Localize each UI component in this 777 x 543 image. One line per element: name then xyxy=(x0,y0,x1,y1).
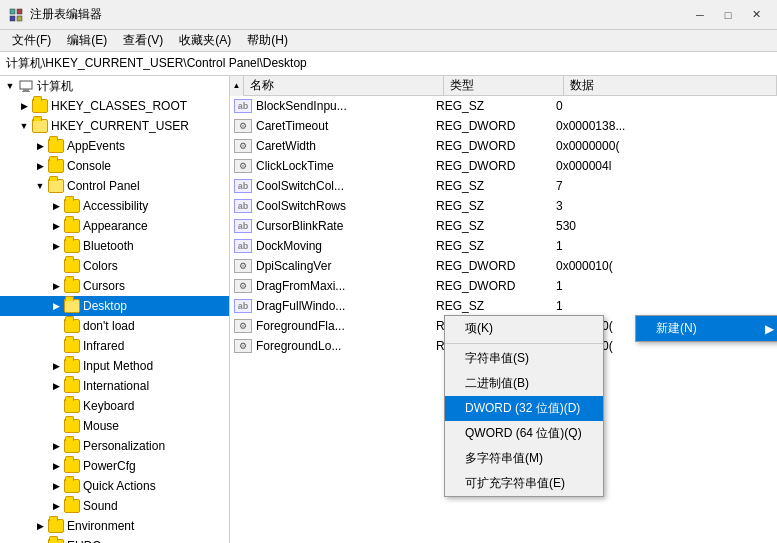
ctx-item-dword[interactable]: DWORD (32 位值)(D) xyxy=(445,396,603,421)
tree-node-international[interactable]: ▶ International xyxy=(0,376,229,396)
col-header-data[interactable]: 数据 xyxy=(564,76,777,96)
close-button[interactable]: ✕ xyxy=(743,5,769,25)
tree-node-environment[interactable]: ▶ Environment xyxy=(0,516,229,536)
expand-eudc[interactable]: ▶ xyxy=(32,538,48,543)
tree-node-console[interactable]: ▶ Console xyxy=(0,156,229,176)
expand-controlpanel[interactable]: ▼ xyxy=(32,178,48,194)
expand-powercfg[interactable]: ▶ xyxy=(48,458,64,474)
folder-icon-appevents xyxy=(48,139,64,153)
tree-node-inputmethod[interactable]: ▶ Input Method xyxy=(0,356,229,376)
expand-accessibility[interactable]: ▶ xyxy=(48,198,64,214)
tree-label-environment: Environment xyxy=(67,519,134,533)
ctx-item-key[interactable]: 项(K) xyxy=(445,316,603,341)
tree-label-international: International xyxy=(83,379,149,393)
expand-environment[interactable]: ▶ xyxy=(32,518,48,534)
table-row[interactable]: ab BlockSendInpu... REG_SZ 0 xyxy=(230,96,777,116)
expand-hkcr[interactable]: ▶ xyxy=(16,98,32,114)
col-header-name[interactable]: 名称 xyxy=(244,76,444,96)
maximize-button[interactable]: □ xyxy=(715,5,741,25)
tree-node-eudc[interactable]: ▶ EUDC xyxy=(0,536,229,543)
table-row[interactable]: ⚙ DragFromMaxi... REG_DWORD 1 xyxy=(230,276,777,296)
menu-bar: 文件(F) 编辑(E) 查看(V) 收藏夹(A) 帮助(H) xyxy=(0,30,777,52)
tree-node-sound[interactable]: ▶ Sound xyxy=(0,496,229,516)
expand-sound[interactable]: ▶ xyxy=(48,498,64,514)
context-menu: 项(K) 字符串值(S) 二进制值(B) DWORD (32 位值)(D) QW… xyxy=(444,315,604,497)
tree-node-appearance[interactable]: ▶ Appearance xyxy=(0,216,229,236)
expand-computer[interactable]: ▼ xyxy=(2,78,18,94)
menu-help[interactable]: 帮助(H) xyxy=(239,30,296,51)
tree-node-hkcr[interactable]: ▶ HKEY_CLASSES_ROOT xyxy=(0,96,229,116)
table-row[interactable]: ⚙ CaretWidth REG_DWORD 0x0000000( xyxy=(230,136,777,156)
ctx-item-qword[interactable]: QWORD (64 位值)(Q) xyxy=(445,421,603,446)
svg-rect-2 xyxy=(10,16,15,21)
tree-node-controlpanel[interactable]: ▼ Control Panel xyxy=(0,176,229,196)
ctx-item-string[interactable]: 字符串值(S) xyxy=(445,346,603,371)
tree-node-dontload[interactable]: don't load xyxy=(0,316,229,336)
folder-icon-eudc xyxy=(48,539,64,543)
tree-node-keyboard[interactable]: Keyboard xyxy=(0,396,229,416)
tree-node-accessibility[interactable]: ▶ Accessibility xyxy=(0,196,229,216)
expand-appevents[interactable]: ▶ xyxy=(32,138,48,154)
col-header-type[interactable]: 类型 xyxy=(444,76,564,96)
tree-node-colors[interactable]: Colors xyxy=(0,256,229,276)
expand-desktop[interactable]: ▶ xyxy=(48,298,64,314)
expand-appearance[interactable]: ▶ xyxy=(48,218,64,234)
tree-node-bluetooth[interactable]: ▶ Bluetooth xyxy=(0,236,229,256)
reg-data-2: 0x0000000( xyxy=(556,139,777,153)
table-row[interactable]: ab DragFullWindo... REG_SZ 1 xyxy=(230,296,777,316)
reg-icon-dword: ⚙ xyxy=(234,159,252,173)
reg-name-12: ForegroundLo... xyxy=(256,339,436,353)
reg-type-10: REG_SZ xyxy=(436,299,556,313)
reg-name-0: BlockSendInpu... xyxy=(256,99,436,113)
expand-hkcu[interactable]: ▼ xyxy=(16,118,32,134)
tree-node-cursors[interactable]: ▶ Cursors xyxy=(0,276,229,296)
computer-icon xyxy=(18,79,34,93)
reg-data-6: 530 xyxy=(556,219,777,233)
tree-node-hkcu[interactable]: ▼ HKEY_CURRENT_USER xyxy=(0,116,229,136)
tree-node-mouse[interactable]: Mouse xyxy=(0,416,229,436)
menu-edit[interactable]: 编辑(E) xyxy=(59,30,115,51)
folder-icon-environment xyxy=(48,519,64,533)
table-row[interactable]: ab DockMoving REG_SZ 1 xyxy=(230,236,777,256)
reg-type-0: REG_SZ xyxy=(436,99,556,113)
expand-inputmethod[interactable]: ▶ xyxy=(48,358,64,374)
reg-icon-sz: ab xyxy=(234,239,252,253)
ctx-item-expandstring[interactable]: 可扩充字符串值(E) xyxy=(445,471,603,496)
expand-international[interactable]: ▶ xyxy=(48,378,64,394)
tree-node-infrared[interactable]: Infrared xyxy=(0,336,229,356)
menu-favorites[interactable]: 收藏夹(A) xyxy=(171,30,239,51)
ctx-item-binary[interactable]: 二进制值(B) xyxy=(445,371,603,396)
reg-data-5: 3 xyxy=(556,199,777,213)
tree-node-powercfg[interactable]: ▶ PowerCfg xyxy=(0,456,229,476)
reg-name-7: DockMoving xyxy=(256,239,436,253)
tree-node-personalization[interactable]: ▶ Personalization xyxy=(0,436,229,456)
table-row[interactable]: ab CursorBlinkRate REG_SZ 530 xyxy=(230,216,777,236)
tree-node-desktop[interactable]: ▶ Desktop xyxy=(0,296,229,316)
table-row[interactable]: ab CoolSwitchCol... REG_SZ 7 xyxy=(230,176,777,196)
reg-type-2: REG_DWORD xyxy=(436,139,556,153)
expand-console[interactable]: ▶ xyxy=(32,158,48,174)
expand-personalization[interactable]: ▶ xyxy=(48,438,64,454)
submenu-new-item[interactable]: 新建(N) ▶ xyxy=(636,316,777,341)
svg-rect-6 xyxy=(22,91,30,92)
tree-panel[interactable]: ▼ 计算机 ▶ HKEY_CLASSES_ROOT ▼ HKEY_CURRENT… xyxy=(0,76,230,543)
tree-node-quickactions[interactable]: ▶ Quick Actions xyxy=(0,476,229,496)
minimize-button[interactable]: ─ xyxy=(687,5,713,25)
reg-icon-dword: ⚙ xyxy=(234,319,252,333)
table-row[interactable]: ⚙ CaretTimeout REG_DWORD 0x0000138... xyxy=(230,116,777,136)
tree-node-appevents[interactable]: ▶ AppEvents xyxy=(0,136,229,156)
tree-label-console: Console xyxy=(67,159,111,173)
menu-view[interactable]: 查看(V) xyxy=(115,30,171,51)
expand-bluetooth[interactable]: ▶ xyxy=(48,238,64,254)
table-row[interactable]: ⚙ ClickLockTime REG_DWORD 0x000004l xyxy=(230,156,777,176)
reg-name-4: CoolSwitchCol... xyxy=(256,179,436,193)
table-row[interactable]: ab CoolSwitchRows REG_SZ 3 xyxy=(230,196,777,216)
tree-label-hkcu: HKEY_CURRENT_USER xyxy=(51,119,189,133)
expand-quickactions[interactable]: ▶ xyxy=(48,478,64,494)
ctx-item-multistring[interactable]: 多字符串值(M) xyxy=(445,446,603,471)
scroll-up-btn[interactable]: ▲ xyxy=(230,76,244,96)
tree-node-computer[interactable]: ▼ 计算机 xyxy=(0,76,229,96)
expand-cursors[interactable]: ▶ xyxy=(48,278,64,294)
menu-file[interactable]: 文件(F) xyxy=(4,30,59,51)
table-row[interactable]: ⚙ DpiScalingVer REG_DWORD 0x000010( xyxy=(230,256,777,276)
